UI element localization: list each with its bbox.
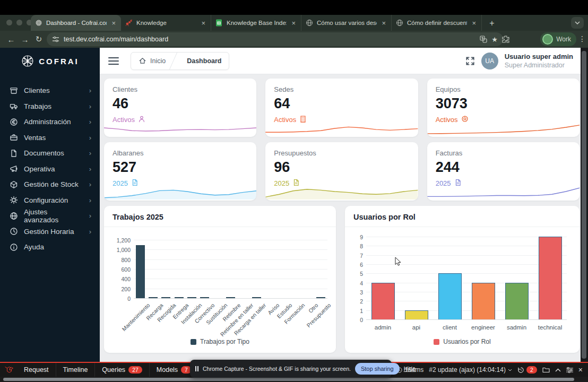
- debugbar-tab-timeline[interactable]: Timeline: [56, 363, 96, 377]
- browser-menu-button[interactable]: ⋮: [578, 34, 586, 43]
- chart-bar-recarga-en-taller[interactable]: [252, 297, 261, 298]
- chart-bar-entrega[interactable]: [175, 297, 184, 298]
- sidebar-item-label: Operativa: [24, 165, 55, 173]
- new-tab-button[interactable]: +: [486, 18, 498, 29]
- tab-strip: Dashboard - Cofrai.com Soft×Knowledge×Kn…: [31, 15, 482, 31]
- sidebar-item-operativa[interactable]: Operativa›: [0, 161, 100, 177]
- reload-button[interactable]: ↻: [32, 34, 46, 44]
- chart-bar-presupuesto[interactable]: [316, 297, 325, 298]
- url-bar[interactable]: test.dev.cofrai.com/main/dashboard ★: [47, 32, 503, 46]
- debugbar-close-button[interactable]: ×: [578, 366, 583, 374]
- debugbar-tab-request[interactable]: Request: [17, 363, 56, 377]
- sidebar-item-ayuda[interactable]: Ayuda: [0, 239, 100, 255]
- laravel-icon[interactable]: [4, 365, 14, 375]
- chart-bar-technical[interactable]: [539, 237, 562, 319]
- globe-favicon-icon: [396, 19, 403, 27]
- window-controls[interactable]: [6, 20, 32, 25]
- tab-close-button[interactable]: ×: [290, 19, 297, 27]
- sidebar-item-documentos[interactable]: Documentos›: [0, 145, 100, 161]
- sidebar-item-configuracion[interactable]: Configuración›: [0, 193, 100, 209]
- sidebar-item-label: Ventas: [24, 134, 46, 142]
- gridline: [134, 259, 327, 260]
- fullscreen-icon[interactable]: [465, 56, 475, 66]
- chart-bar-admin[interactable]: [371, 283, 395, 319]
- tab-close-button[interactable]: ×: [110, 19, 117, 27]
- chart-bar-mantenimiento[interactable]: [136, 245, 145, 298]
- usuarios-chart-legend[interactable]: Usuarios por Rol: [345, 338, 580, 345]
- stat-card-value: 46: [113, 96, 248, 112]
- tab-search-button[interactable]: [571, 17, 584, 29]
- y-axis-tick-label: 1,200: [109, 237, 131, 244]
- sidebar-item-ajustes-avanzados[interactable]: Ajustes avanzados›: [0, 208, 100, 224]
- x-axis-label: api: [400, 324, 433, 331]
- stat-card-value: 527: [113, 159, 248, 176]
- sidebar-item-label: Administración: [24, 118, 71, 126]
- tab-title: Dashboard - Cofrai.com Soft: [46, 20, 107, 26]
- stat-card-facturas[interactable]: Facturas2442025: [427, 142, 580, 201]
- cofrai-logo-icon: [21, 54, 34, 68]
- chart-bar-recogida[interactable]: [161, 297, 170, 298]
- browser-tab-knowledge[interactable]: Knowledge×: [121, 15, 211, 31]
- sidebar-toggle-button[interactable]: [108, 57, 119, 65]
- usuarios-chart-card: Usuarios por Rol 0123456789adminapiclien…: [345, 206, 580, 353]
- cofrai-logo[interactable]: COFRAI: [0, 48, 100, 74]
- stop-sharing-button[interactable]: Stop sharing: [355, 363, 400, 375]
- ant-favicon-icon: [125, 19, 133, 27]
- tab-close-button[interactable]: ×: [471, 19, 477, 27]
- minimize-window-button[interactable]: [16, 20, 22, 25]
- tab-close-button[interactable]: ×: [381, 19, 387, 27]
- sidebar-item-trabajos[interactable]: Trabajos›: [0, 99, 100, 115]
- user-info[interactable]: Usuario super admin Super Administrador: [505, 53, 573, 68]
- browser-tab-como-usar-varios-descuento[interactable]: Cómo usar varios descuento×: [301, 15, 392, 31]
- chevron-right-icon: ›: [89, 165, 91, 173]
- translate-icon[interactable]: [480, 36, 487, 43]
- close-window-button[interactable]: [6, 20, 12, 25]
- globe-favicon-icon: [306, 19, 313, 27]
- chart-bar-correctivo[interactable]: [200, 297, 209, 298]
- breadcrumb-home[interactable]: Inicio: [131, 57, 173, 65]
- vertical-scrollbar-thumb[interactable]: [582, 51, 586, 359]
- trabajos-chart-legend[interactable]: Trabajos por Tipo: [104, 338, 336, 345]
- trabajos-chart-plot: 02004006008001,0001,200MantenimientoReca…: [104, 206, 336, 353]
- browser-profile-chip[interactable]: Work: [540, 32, 576, 46]
- stat-card-presupuestos[interactable]: Presupuestos962025: [265, 142, 418, 201]
- chevron-up-icon[interactable]: [555, 368, 561, 372]
- chevron-right-icon: ›: [89, 212, 91, 220]
- stat-card-albaranes[interactable]: Albaranes5272025: [104, 142, 256, 201]
- bookmark-star-icon[interactable]: ★: [491, 36, 498, 44]
- chart-bar-retimbre[interactable]: [226, 297, 235, 298]
- vertical-scrollbar[interactable]: [581, 48, 588, 377]
- sidebar-item-administracion[interactable]: Administración›: [0, 114, 100, 130]
- sidebar-item-ventas[interactable]: Ventas›: [0, 130, 100, 146]
- browser-tab-dashboard-cofrai-com-soft[interactable]: Dashboard - Cofrai.com Soft×: [31, 15, 121, 31]
- user-avatar[interactable]: UA: [481, 53, 498, 70]
- sidebar-item-gestion-de-stock[interactable]: Gestión de Stock›: [0, 177, 100, 193]
- stat-card-sedes[interactable]: Sedes64Activos: [265, 79, 418, 137]
- extensions-puzzle-icon[interactable]: [502, 36, 509, 43]
- sidebar-item-clientes[interactable]: Clientes›: [0, 83, 100, 99]
- chart-bar-recarga[interactable]: [149, 297, 158, 298]
- horizontal-scrollbar-thumb[interactable]: [3, 378, 574, 381]
- chart-bar-sadmin[interactable]: [505, 283, 529, 319]
- folder-icon[interactable]: [542, 367, 550, 373]
- truck-icon: [10, 102, 18, 110]
- tab-close-button[interactable]: ×: [200, 19, 206, 27]
- back-button[interactable]: ←: [4, 35, 18, 44]
- debugbar-history-button[interactable]: 2: [517, 366, 537, 374]
- stat-card-clientes[interactable]: Clientes46Activos: [104, 79, 256, 137]
- chart-bar-api[interactable]: [405, 310, 428, 319]
- stat-card-title: Equipos: [436, 85, 571, 93]
- forward-button[interactable]: →: [18, 35, 32, 44]
- main-content: Inicio Dashboard UA Usuario super admin …: [100, 48, 588, 382]
- request-selector[interactable]: #2 update (ajax) (14:04:14): [429, 366, 512, 374]
- chart-bar-instalacion[interactable]: [187, 297, 196, 298]
- stat-card-equipos[interactable]: Equipos3073Activos: [427, 79, 580, 137]
- debugbar-tab-queries[interactable]: Queries27: [95, 363, 149, 377]
- browser-tab-como-definir-descuentos-glo[interactable]: Cómo definir descuentos glo×: [392, 15, 482, 31]
- settings-sliders-icon[interactable]: [566, 367, 573, 373]
- browser-tab-knowledge-base-index-hoja[interactable]: Knowledge Base Index - Hoja×: [211, 15, 301, 31]
- sidebar-item-gestion-horaria[interactable]: Gestión Horaria›: [0, 224, 100, 240]
- hide-share-bar-link[interactable]: Hide: [404, 366, 416, 372]
- chart-bar-client[interactable]: [438, 273, 462, 319]
- chart-bar-engineer[interactable]: [472, 283, 495, 319]
